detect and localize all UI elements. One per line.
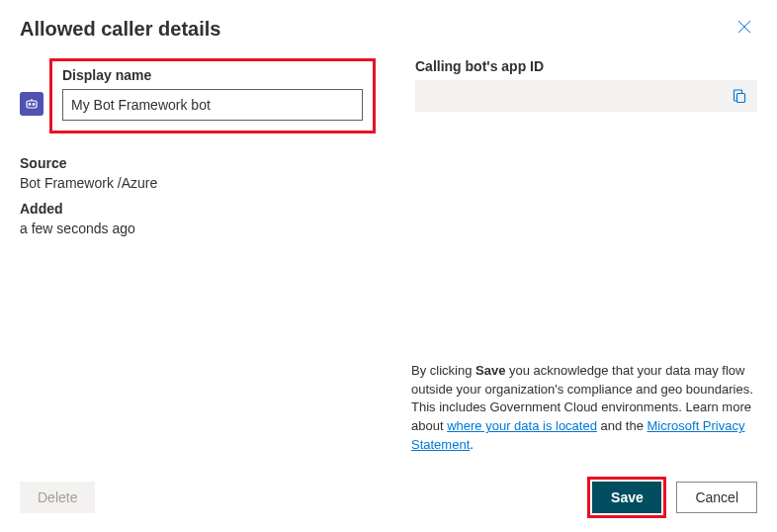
disclaimer-prefix: By clicking bbox=[411, 363, 475, 378]
disclaimer-strong: Save bbox=[475, 363, 505, 378]
right-column: Calling bot's app ID bbox=[415, 58, 757, 246]
display-name-input[interactable] bbox=[62, 89, 363, 121]
svg-rect-2 bbox=[27, 101, 37, 108]
disclaimer-between: and the bbox=[597, 418, 648, 433]
display-name-highlight: Display name bbox=[49, 58, 376, 133]
added-value: a few seconds ago bbox=[20, 221, 376, 236]
copy-button[interactable] bbox=[728, 84, 751, 108]
copy-icon bbox=[732, 88, 747, 104]
data-location-link[interactable]: where your data is located bbox=[447, 418, 597, 433]
app-id-field bbox=[415, 80, 757, 112]
save-highlight: Save bbox=[587, 477, 666, 518]
panel-title: Allowed caller details bbox=[20, 18, 220, 41]
svg-point-4 bbox=[33, 104, 35, 106]
disclaimer-text: By clicking Save you acknowledge that yo… bbox=[411, 362, 757, 455]
cancel-button[interactable]: Cancel bbox=[676, 482, 757, 513]
close-icon bbox=[737, 20, 751, 34]
source-value: Bot Framework /Azure bbox=[20, 175, 376, 191]
source-label: Source bbox=[20, 155, 376, 171]
footer-right: Save Cancel bbox=[587, 477, 757, 518]
display-name-label: Display name bbox=[62, 67, 363, 83]
left-column: Display name Source Bot Framework /Azure… bbox=[20, 58, 376, 246]
svg-rect-6 bbox=[737, 94, 745, 103]
added-label: Added bbox=[20, 201, 376, 217]
bot-icon bbox=[20, 92, 43, 116]
delete-button[interactable]: Delete bbox=[20, 482, 95, 513]
save-button[interactable]: Save bbox=[592, 482, 661, 513]
svg-point-3 bbox=[29, 104, 31, 106]
app-id-label: Calling bot's app ID bbox=[415, 58, 757, 74]
footer-bar: Delete Save Cancel bbox=[20, 477, 757, 518]
close-button[interactable] bbox=[732, 18, 757, 40]
content-area: Display name Source Bot Framework /Azure… bbox=[20, 58, 757, 246]
disclaimer-suffix: . bbox=[470, 437, 474, 452]
panel-header: Allowed caller details bbox=[20, 18, 757, 41]
